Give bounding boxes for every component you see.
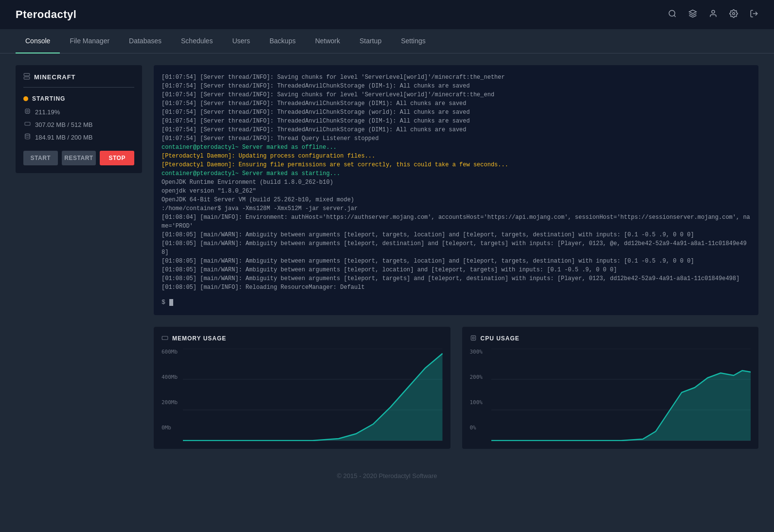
restart-button[interactable]: RESTART (62, 151, 96, 165)
memory-value: 307.02 MB / 512 MB (35, 121, 93, 128)
server-status: STARTING (32, 95, 65, 102)
console-line: [01:08:05] [main/WARN]: Ambiguity betwee… (162, 239, 751, 257)
console-line: :/home/container$ java -Xms128M -Xmx512M… (162, 204, 751, 213)
memory-chart-title: MEMORY USAGE (172, 335, 226, 342)
tab-users[interactable]: Users (222, 29, 260, 53)
console-line: [01:08:04] [main/INFO]: Environment: aut… (162, 213, 751, 231)
svg-marker-2 (689, 10, 697, 14)
svg-rect-27 (471, 336, 475, 340)
console-line: [01:07:54] [Server thread/INFO]: Saving … (162, 90, 751, 99)
console-line: [01:08:05] [main/WARN]: Ambiguity betwee… (162, 266, 751, 274)
search-icon[interactable] (668, 9, 677, 20)
svg-rect-7 (24, 77, 30, 79)
console-prompt: $ (162, 298, 165, 307)
console-line: [01:07:54] [Server thread/INFO]: Threade… (162, 117, 751, 125)
svg-rect-20 (25, 122, 30, 125)
cpu-chart-title: CPU USAGE (481, 335, 520, 342)
main-content: MINECRAFT STARTING 211.19% 307.02 MB / 5… (0, 53, 774, 461)
tab-schedules[interactable]: Schedules (171, 29, 222, 53)
sidebar: MINECRAFT STARTING 211.19% 307.02 MB / 5… (16, 65, 142, 449)
memory-y-label-0: 0Mb (162, 425, 181, 431)
settings-icon[interactable] (729, 9, 738, 20)
cpu-chart-card: CPU USAGE 300% 200% 100% 0% (462, 327, 759, 449)
tab-file-manager[interactable]: File Manager (60, 29, 119, 53)
console-line: container@pterodactyl~ Server marked as … (162, 169, 751, 178)
tab-databases[interactable]: Databases (119, 29, 171, 53)
footer: © 2015 - 2020 Pterodactyl Software (0, 461, 774, 491)
svg-rect-22 (162, 336, 168, 339)
charts-row: MEMORY USAGE 600Mb 400Mb 200Mb 0Mb (154, 327, 758, 449)
console-line: [01:07:54] [Server thread/INFO]: Threade… (162, 99, 751, 108)
svg-line-1 (674, 15, 675, 17)
header-icons (668, 9, 758, 20)
memory-chart-svg (183, 349, 443, 441)
console-line: [01:07:54] [Server thread/INFO]: Saving … (162, 73, 751, 82)
layers-icon[interactable] (688, 9, 697, 20)
svg-rect-11 (26, 110, 28, 112)
console-line: [01:08:05] [main/WARN]: Ambiguity betwee… (162, 274, 751, 283)
memory-chart-header: MEMORY USAGE (162, 335, 443, 343)
action-buttons: START RESTART STOP (23, 151, 134, 165)
server-icon (23, 73, 30, 81)
cpu-chart-icon (470, 335, 477, 343)
console-line: openjdk version "1.8.0_262" (162, 187, 751, 195)
tab-settings[interactable]: Settings (391, 29, 435, 53)
disk-value: 184.91 MB / 200 MB (35, 134, 93, 141)
memory-chart-card: MEMORY USAGE 600Mb 400Mb 200Mb 0Mb (154, 327, 450, 449)
tab-network[interactable]: Network (306, 29, 350, 53)
header: Pterodactyl (0, 0, 774, 29)
console-line: [01:07:54] [Server thread/INFO]: Threade… (162, 125, 751, 134)
cpu-stat-row: 211.19% (23, 108, 134, 116)
svg-point-0 (669, 10, 675, 16)
cpu-value: 211.19% (35, 108, 60, 116)
memory-chart-icon (162, 335, 168, 343)
console-line: [Pterodactyl Daemon]: Updating process c… (162, 152, 751, 160)
console-line: [01:07:54] [Server thread/INFO]: Threade… (162, 82, 751, 90)
server-info-header: MINECRAFT (23, 73, 134, 88)
logout-icon[interactable] (750, 9, 758, 20)
cpu-y-label-100: 100% (470, 399, 489, 406)
cpu-y-label-200: 200% (470, 374, 489, 380)
console-input-row: $ (162, 298, 751, 307)
console-line: OpenJDK Runtime Environment (build 1.8.0… (162, 178, 751, 187)
memory-icon (23, 121, 31, 128)
tab-console[interactable]: Console (16, 29, 60, 53)
status-row: STARTING (23, 95, 134, 102)
cpu-chart-svg (491, 349, 751, 441)
cpu-icon (23, 108, 31, 116)
memory-chart-container: 600Mb 400Mb 200Mb 0Mb (162, 349, 443, 441)
tab-startup[interactable]: Startup (350, 29, 391, 53)
server-name: MINECRAFT (34, 73, 76, 81)
app-title: Pterodactyl (16, 8, 76, 21)
disk-stat-row: 184.91 MB / 200 MB (23, 133, 134, 141)
console-line: OpenJDK 64-Bit Server VM (build 25.262-b… (162, 195, 751, 204)
console-line: [Pterodactyl Daemon]: Ensuring file perm… (162, 160, 751, 169)
cpu-y-label-300: 300% (470, 349, 489, 355)
status-dot (23, 96, 28, 101)
console-line: [01:07:54] [Server thread/INFO]: Threade… (162, 108, 751, 117)
cpu-y-label-0: 0% (470, 425, 489, 431)
footer-text: © 2015 - 2020 Pterodactyl Software (337, 472, 437, 479)
start-button[interactable]: START (23, 151, 58, 165)
svg-point-4 (733, 12, 735, 15)
nav-tabs: Console File Manager Databases Schedules… (0, 29, 774, 53)
svg-rect-6 (24, 73, 30, 76)
memory-y-label-200: 200Mb (162, 399, 181, 406)
account-icon[interactable] (709, 9, 718, 20)
console-line: container@pterodactyl~ Server marked as … (162, 143, 751, 152)
tab-backups[interactable]: Backups (260, 29, 306, 53)
svg-point-3 (712, 10, 715, 13)
cpu-chart-header: CPU USAGE (470, 335, 751, 343)
stop-button[interactable]: STOP (100, 151, 134, 165)
console-area: [01:07:54] [Server thread/INFO]: Saving … (154, 65, 758, 449)
console-line: [01:08:05] [main/INFO]: Reloading Resour… (162, 283, 751, 292)
memory-y-label-600: 600Mb (162, 349, 181, 355)
console-line: [01:08:05] [main/WARN]: Ambiguity betwee… (162, 231, 751, 239)
console-line: [01:07:54] [Server thread/INFO]: Thread … (162, 134, 751, 143)
memory-stat-row: 307.02 MB / 512 MB (23, 121, 134, 128)
svg-rect-28 (472, 337, 474, 339)
memory-y-label-400: 400Mb (162, 374, 181, 380)
console-box[interactable]: [01:07:54] [Server thread/INFO]: Saving … (154, 65, 758, 315)
cpu-chart-container: 300% 200% 100% 0% (470, 349, 751, 441)
svg-rect-10 (25, 109, 30, 113)
